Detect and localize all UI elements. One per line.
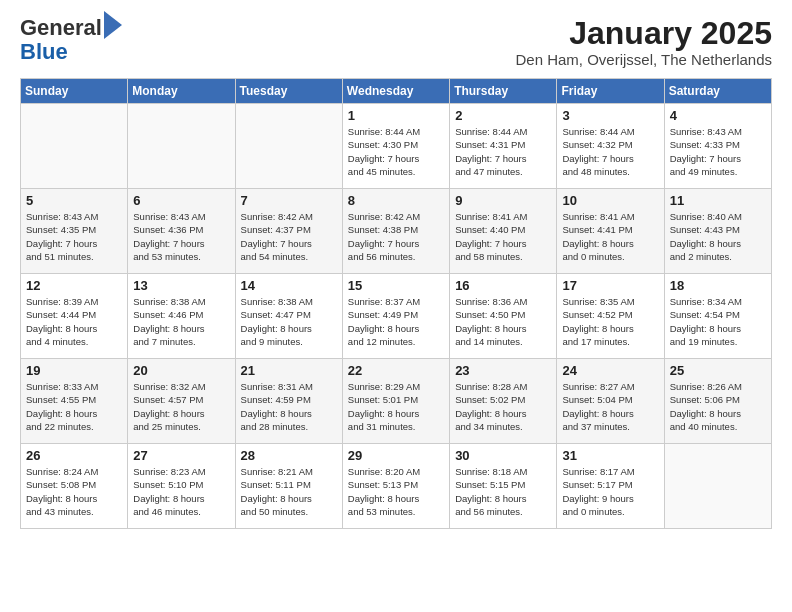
day-number: 7: [241, 193, 337, 208]
table-row: 8Sunrise: 8:42 AMSunset: 4:38 PMDaylight…: [342, 189, 449, 274]
day-info: Sunrise: 8:43 AMSunset: 4:36 PMDaylight:…: [133, 210, 229, 263]
table-row: 27Sunrise: 8:23 AMSunset: 5:10 PMDayligh…: [128, 444, 235, 529]
day-info: Sunrise: 8:39 AMSunset: 4:44 PMDaylight:…: [26, 295, 122, 348]
calendar-week-row: 19Sunrise: 8:33 AMSunset: 4:55 PMDayligh…: [21, 359, 772, 444]
calendar-week-row: 5Sunrise: 8:43 AMSunset: 4:35 PMDaylight…: [21, 189, 772, 274]
day-number: 18: [670, 278, 766, 293]
logo-blue-text: Blue: [20, 39, 68, 64]
page: General Blue January 2025 Den Ham, Overi…: [0, 0, 792, 612]
logo-icon: [104, 11, 122, 39]
table-row: 2Sunrise: 8:44 AMSunset: 4:31 PMDaylight…: [450, 104, 557, 189]
table-row: 17Sunrise: 8:35 AMSunset: 4:52 PMDayligh…: [557, 274, 664, 359]
calendar-week-row: 26Sunrise: 8:24 AMSunset: 5:08 PMDayligh…: [21, 444, 772, 529]
day-info: Sunrise: 8:42 AMSunset: 4:37 PMDaylight:…: [241, 210, 337, 263]
day-info: Sunrise: 8:23 AMSunset: 5:10 PMDaylight:…: [133, 465, 229, 518]
logo: General Blue: [20, 16, 122, 64]
table-row: 26Sunrise: 8:24 AMSunset: 5:08 PMDayligh…: [21, 444, 128, 529]
day-info: Sunrise: 8:43 AMSunset: 4:33 PMDaylight:…: [670, 125, 766, 178]
day-info: Sunrise: 8:21 AMSunset: 5:11 PMDaylight:…: [241, 465, 337, 518]
table-row: 22Sunrise: 8:29 AMSunset: 5:01 PMDayligh…: [342, 359, 449, 444]
day-number: 23: [455, 363, 551, 378]
page-subtitle: Den Ham, Overijssel, The Netherlands: [516, 51, 773, 68]
day-number: 25: [670, 363, 766, 378]
day-info: Sunrise: 8:18 AMSunset: 5:15 PMDaylight:…: [455, 465, 551, 518]
day-info: Sunrise: 8:31 AMSunset: 4:59 PMDaylight:…: [241, 380, 337, 433]
day-info: Sunrise: 8:37 AMSunset: 4:49 PMDaylight:…: [348, 295, 444, 348]
table-row: 12Sunrise: 8:39 AMSunset: 4:44 PMDayligh…: [21, 274, 128, 359]
day-number: 16: [455, 278, 551, 293]
table-row: 1Sunrise: 8:44 AMSunset: 4:30 PMDaylight…: [342, 104, 449, 189]
table-row: 24Sunrise: 8:27 AMSunset: 5:04 PMDayligh…: [557, 359, 664, 444]
col-sunday: Sunday: [21, 79, 128, 104]
day-number: 2: [455, 108, 551, 123]
table-row: 6Sunrise: 8:43 AMSunset: 4:36 PMDaylight…: [128, 189, 235, 274]
day-info: Sunrise: 8:27 AMSunset: 5:04 PMDaylight:…: [562, 380, 658, 433]
day-info: Sunrise: 8:44 AMSunset: 4:30 PMDaylight:…: [348, 125, 444, 178]
table-row: 11Sunrise: 8:40 AMSunset: 4:43 PMDayligh…: [664, 189, 771, 274]
table-row: 23Sunrise: 8:28 AMSunset: 5:02 PMDayligh…: [450, 359, 557, 444]
header: General Blue January 2025 Den Ham, Overi…: [20, 16, 772, 68]
table-row: 18Sunrise: 8:34 AMSunset: 4:54 PMDayligh…: [664, 274, 771, 359]
svg-marker-0: [104, 11, 122, 39]
day-number: 31: [562, 448, 658, 463]
day-info: Sunrise: 8:20 AMSunset: 5:13 PMDaylight:…: [348, 465, 444, 518]
table-row: [128, 104, 235, 189]
table-row: 10Sunrise: 8:41 AMSunset: 4:41 PMDayligh…: [557, 189, 664, 274]
col-wednesday: Wednesday: [342, 79, 449, 104]
day-info: Sunrise: 8:43 AMSunset: 4:35 PMDaylight:…: [26, 210, 122, 263]
table-row: 21Sunrise: 8:31 AMSunset: 4:59 PMDayligh…: [235, 359, 342, 444]
day-number: 14: [241, 278, 337, 293]
day-number: 3: [562, 108, 658, 123]
day-number: 21: [241, 363, 337, 378]
table-row: 3Sunrise: 8:44 AMSunset: 4:32 PMDaylight…: [557, 104, 664, 189]
day-info: Sunrise: 8:41 AMSunset: 4:41 PMDaylight:…: [562, 210, 658, 263]
table-row: 16Sunrise: 8:36 AMSunset: 4:50 PMDayligh…: [450, 274, 557, 359]
day-number: 27: [133, 448, 229, 463]
day-info: Sunrise: 8:17 AMSunset: 5:17 PMDaylight:…: [562, 465, 658, 518]
col-thursday: Thursday: [450, 79, 557, 104]
day-number: 9: [455, 193, 551, 208]
day-number: 26: [26, 448, 122, 463]
table-row: 7Sunrise: 8:42 AMSunset: 4:37 PMDaylight…: [235, 189, 342, 274]
title-block: January 2025 Den Ham, Overijssel, The Ne…: [516, 16, 773, 68]
day-info: Sunrise: 8:28 AMSunset: 5:02 PMDaylight:…: [455, 380, 551, 433]
day-number: 22: [348, 363, 444, 378]
table-row: 31Sunrise: 8:17 AMSunset: 5:17 PMDayligh…: [557, 444, 664, 529]
table-row: 9Sunrise: 8:41 AMSunset: 4:40 PMDaylight…: [450, 189, 557, 274]
day-number: 1: [348, 108, 444, 123]
day-number: 30: [455, 448, 551, 463]
day-info: Sunrise: 8:34 AMSunset: 4:54 PMDaylight:…: [670, 295, 766, 348]
col-saturday: Saturday: [664, 79, 771, 104]
day-number: 5: [26, 193, 122, 208]
day-info: Sunrise: 8:36 AMSunset: 4:50 PMDaylight:…: [455, 295, 551, 348]
table-row: 13Sunrise: 8:38 AMSunset: 4:46 PMDayligh…: [128, 274, 235, 359]
table-row: [235, 104, 342, 189]
day-number: 24: [562, 363, 658, 378]
table-row: 4Sunrise: 8:43 AMSunset: 4:33 PMDaylight…: [664, 104, 771, 189]
day-number: 29: [348, 448, 444, 463]
day-number: 10: [562, 193, 658, 208]
calendar-week-row: 1Sunrise: 8:44 AMSunset: 4:30 PMDaylight…: [21, 104, 772, 189]
day-number: 28: [241, 448, 337, 463]
day-number: 20: [133, 363, 229, 378]
day-number: 8: [348, 193, 444, 208]
day-info: Sunrise: 8:32 AMSunset: 4:57 PMDaylight:…: [133, 380, 229, 433]
day-info: Sunrise: 8:44 AMSunset: 4:31 PMDaylight:…: [455, 125, 551, 178]
table-row: [21, 104, 128, 189]
day-number: 19: [26, 363, 122, 378]
table-row: 19Sunrise: 8:33 AMSunset: 4:55 PMDayligh…: [21, 359, 128, 444]
day-info: Sunrise: 8:41 AMSunset: 4:40 PMDaylight:…: [455, 210, 551, 263]
day-info: Sunrise: 8:29 AMSunset: 5:01 PMDaylight:…: [348, 380, 444, 433]
day-number: 13: [133, 278, 229, 293]
table-row: 30Sunrise: 8:18 AMSunset: 5:15 PMDayligh…: [450, 444, 557, 529]
table-row: 5Sunrise: 8:43 AMSunset: 4:35 PMDaylight…: [21, 189, 128, 274]
day-info: Sunrise: 8:26 AMSunset: 5:06 PMDaylight:…: [670, 380, 766, 433]
calendar: Sunday Monday Tuesday Wednesday Thursday…: [20, 78, 772, 529]
table-row: 14Sunrise: 8:38 AMSunset: 4:47 PMDayligh…: [235, 274, 342, 359]
table-row: 20Sunrise: 8:32 AMSunset: 4:57 PMDayligh…: [128, 359, 235, 444]
day-number: 11: [670, 193, 766, 208]
logo-general-text: General: [20, 16, 102, 40]
col-monday: Monday: [128, 79, 235, 104]
table-row: 15Sunrise: 8:37 AMSunset: 4:49 PMDayligh…: [342, 274, 449, 359]
table-row: 28Sunrise: 8:21 AMSunset: 5:11 PMDayligh…: [235, 444, 342, 529]
